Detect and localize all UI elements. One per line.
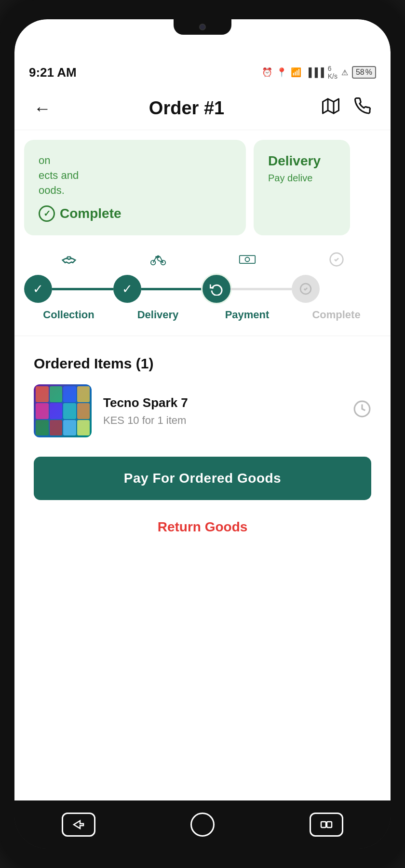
status-bar: 9:21 AM ⏰ 📍 📶 ▐▐▐ 6K/s ⚠ 58% bbox=[14, 58, 391, 87]
card-status: ✓ Complete bbox=[39, 205, 231, 222]
svg-marker-0 bbox=[323, 99, 339, 113]
line-payment-complete bbox=[230, 288, 292, 290]
phone-frame: 9:21 AM ⏰ 📍 📶 ▐▐▐ 6K/s ⚠ 58% bbox=[0, 0, 405, 868]
step-complete: Complete bbox=[292, 250, 381, 321]
progress-stepper: ✓ Collection bbox=[14, 245, 391, 336]
battery-percent: 58 bbox=[356, 68, 364, 77]
status-cards-strip: on ects and oods. ✓ Complete Delivery Pa… bbox=[14, 130, 391, 245]
thumb-cell bbox=[63, 420, 76, 436]
status-time: 9:21 AM bbox=[29, 65, 77, 80]
item-price: KES 10 for 1 item bbox=[103, 414, 341, 427]
recent-nav-button[interactable] bbox=[310, 813, 343, 837]
collection-card: on ects and oods. ✓ Complete bbox=[24, 140, 246, 235]
delivery-card: Delivery Pay delive bbox=[254, 140, 350, 235]
app-content: ← Order #1 bbox=[14, 87, 391, 800]
step-payment-row bbox=[202, 275, 292, 303]
svg-rect-6 bbox=[239, 256, 255, 263]
step-label-delivery: Delivery bbox=[137, 309, 179, 321]
pay-button[interactable]: Pay For Ordered Goods bbox=[34, 457, 371, 500]
phone-screen: 9:21 AM ⏰ 📍 📶 ▐▐▐ 6K/s ⚠ 58% bbox=[14, 19, 391, 849]
item-thumbnail bbox=[34, 384, 92, 437]
item-thumb-grid bbox=[34, 384, 92, 437]
step-collection-row: ✓ bbox=[24, 275, 113, 303]
step-delivery-row: ✓ bbox=[113, 275, 202, 303]
thumb-cell bbox=[77, 420, 90, 436]
delivery-card-sub: Pay delive bbox=[268, 173, 336, 184]
section-title-ordered-items: Ordered Items (1) bbox=[14, 346, 391, 380]
step-delivery: ✓ Delivery bbox=[113, 250, 202, 321]
thumb-cell bbox=[77, 386, 90, 402]
back-button[interactable]: ← bbox=[34, 98, 51, 119]
map-icon[interactable] bbox=[322, 97, 339, 119]
svg-rect-13 bbox=[321, 822, 326, 827]
thumb-cell bbox=[77, 403, 90, 419]
page-title: Order #1 bbox=[149, 98, 224, 119]
item-name: Tecno Spark 7 bbox=[103, 395, 341, 410]
step-dot-delivery: ✓ bbox=[113, 275, 141, 303]
thumb-cell bbox=[50, 403, 63, 419]
payment-icon bbox=[239, 250, 256, 269]
step-collection: ✓ Collection bbox=[24, 250, 113, 321]
collection-icon bbox=[61, 250, 77, 269]
thumb-cell bbox=[36, 420, 49, 436]
svg-point-7 bbox=[245, 258, 249, 262]
step-dot-collection: ✓ bbox=[24, 275, 52, 303]
line-collection-delivery bbox=[52, 288, 113, 290]
notch-area bbox=[14, 19, 391, 58]
step-dot-complete bbox=[292, 275, 320, 303]
battery-indicator: 58% bbox=[352, 66, 376, 79]
back-nav-button[interactable] bbox=[62, 813, 95, 837]
thumb-cell bbox=[50, 386, 63, 402]
notch bbox=[174, 19, 231, 35]
header-actions bbox=[322, 97, 371, 119]
warning-icon: ⚠ bbox=[341, 68, 348, 77]
return-goods-label: Return Goods bbox=[158, 519, 248, 534]
signal-icon: ▐▐▐ bbox=[305, 68, 324, 78]
item-info: Tecno Spark 7 KES 10 for 1 item bbox=[103, 395, 341, 427]
line-delivery-payment bbox=[141, 288, 202, 290]
step-payment: Payment bbox=[202, 250, 292, 321]
step-dot-payment bbox=[202, 275, 230, 303]
step-label-payment: Payment bbox=[225, 309, 270, 321]
thumb-cell bbox=[36, 403, 49, 419]
alarm-icon: ⏰ bbox=[262, 67, 272, 78]
wifi-icon: 📶 bbox=[291, 67, 301, 78]
phone-icon[interactable] bbox=[354, 97, 371, 119]
camera bbox=[199, 24, 206, 30]
divider bbox=[14, 336, 391, 336]
bottom-nav bbox=[14, 800, 391, 849]
speed-indicator: 6K/s bbox=[328, 65, 338, 80]
card-left-text: on ects and oods. bbox=[39, 153, 231, 198]
thumb-cell bbox=[50, 420, 63, 436]
step-label-complete: Complete bbox=[312, 309, 360, 321]
status-icons: ⏰ 📍 📶 ▐▐▐ 6K/s ⚠ 58% bbox=[262, 65, 376, 80]
return-goods-button[interactable]: Return Goods bbox=[14, 510, 391, 549]
svg-rect-14 bbox=[327, 822, 332, 827]
step-complete-row bbox=[292, 275, 381, 303]
home-nav-button[interactable] bbox=[190, 813, 215, 837]
step-label-collection: Collection bbox=[43, 309, 94, 321]
check-circle-icon: ✓ bbox=[39, 205, 55, 222]
pay-button-label: Pay For Ordered Goods bbox=[124, 471, 281, 486]
item-row: Tecno Spark 7 KES 10 for 1 item bbox=[14, 380, 391, 452]
complete-icon bbox=[329, 250, 344, 269]
top-bar: ← Order #1 bbox=[14, 87, 391, 130]
item-status-icon bbox=[353, 400, 371, 422]
card-status-label: Complete bbox=[60, 206, 122, 221]
delivery-card-title: Delivery bbox=[268, 153, 336, 169]
thumb-cell bbox=[36, 386, 49, 402]
delivery-icon bbox=[150, 250, 166, 269]
thumb-cell bbox=[63, 386, 76, 402]
thumb-cell bbox=[63, 403, 76, 419]
location-icon: 📍 bbox=[276, 67, 287, 78]
